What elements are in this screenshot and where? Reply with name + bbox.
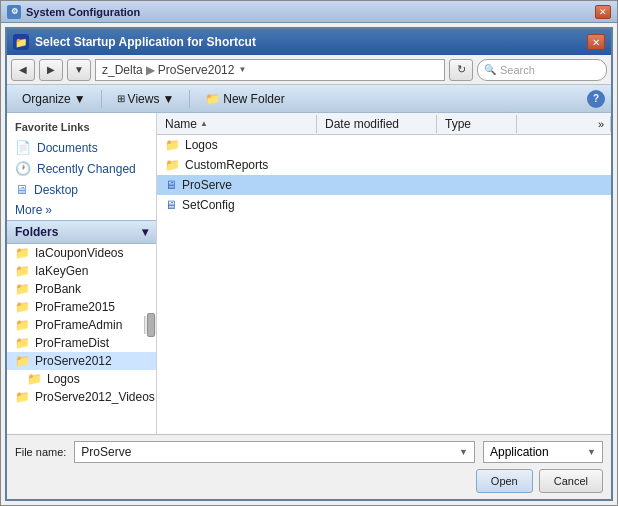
path-part2: ProServe2012 [158,63,235,77]
help-button[interactable]: ? [587,90,605,108]
new-folder-icon: 📁 [205,92,220,106]
action-buttons: Open Cancel [476,469,603,493]
inner-title-bar: 📁 Select Startup Application for Shortcu… [7,29,611,55]
sidebar-item-desktop[interactable]: 🖥 Desktop [7,179,156,200]
filetype-select[interactable]: Application ▼ [483,441,603,463]
outer-close-button[interactable]: ✕ [595,5,611,19]
folder-item-proframeadmin[interactable]: 📁 ProFrameAdmin [7,316,156,334]
inner-window-icon: 📁 [13,34,29,50]
sidebar-item-documents[interactable]: 📄 Documents [7,137,156,158]
favorites-title: Favorite Links [7,113,156,137]
file-name: CustomReports [185,158,268,172]
path-dropdown-arrow[interactable]: ▼ [238,65,246,74]
toolbar-divider-2 [189,90,190,108]
file-name-cell: 🖥 SetConfig [157,198,317,212]
new-folder-button[interactable]: 📁 New Folder [196,88,293,110]
folder-icon: 📁 [15,246,30,260]
folder-item-label: Logos [47,372,80,386]
cancel-button[interactable]: Cancel [539,469,603,493]
file-name-cell: 📁 Logos [157,138,317,152]
organize-button[interactable]: Organize ▼ [13,88,95,110]
filename-label: File name: [15,446,66,458]
folder-item-proserve2012[interactable]: 📁 ProServe2012 [7,352,156,370]
file-item-customreports[interactable]: 📁 CustomReports [157,155,611,175]
bottom-bar: File name: ProServe ▼ Application ▼ [7,434,611,469]
right-panel: Name ▲ Date modified Type » 📁 [157,113,611,434]
toolbar: Organize ▼ ⊞ Views ▼ 📁 New Folder ? [7,85,611,113]
folder-icon: 📁 [15,282,30,296]
forward-button[interactable]: ▶ [39,59,63,81]
column-expand-button[interactable]: » [592,116,611,132]
folder-item-label: ProFrameAdmin [35,318,122,332]
file-name-cell: 🖥 ProServe [157,178,317,192]
file-name: SetConfig [182,198,235,212]
file-item-proserve[interactable]: 🖥 ProServe [157,175,611,195]
left-panel: Favorite Links 📄 Documents 🕐 Recently Ch… [7,113,157,434]
column-date-header[interactable]: Date modified [317,115,437,133]
more-label: More [15,203,42,217]
folder-item-proframedist[interactable]: 📁 ProFrameDist [7,334,156,352]
folders-collapse-icon: ▾ [142,225,148,239]
address-bar: ◀ ▶ ▼ z_Delta ▶ ProServe2012 ▼ ↻ 🔍 Searc… [7,55,611,85]
more-link[interactable]: More » [7,200,156,220]
dropdown-button[interactable]: ▼ [67,59,91,81]
filename-input[interactable]: ProServe ▼ [74,441,475,463]
folder-icon: 📁 [15,390,30,404]
folder-icon: 📁 [15,336,30,350]
folder-icon: 📁 [15,264,30,278]
folder-item-label: ProFrame2015 [35,300,115,314]
sidebar-item-label: Recently Changed [37,162,136,176]
views-button[interactable]: ⊞ Views ▼ [108,88,184,110]
sidebar-item-label: Desktop [34,183,78,197]
inner-close-button[interactable]: ✕ [587,34,605,50]
views-icon: ⊞ [117,93,125,104]
folder-icon: 📁 [27,372,42,386]
open-button[interactable]: Open [476,469,533,493]
views-arrow: ▼ [162,92,174,106]
back-button[interactable]: ◀ [11,59,35,81]
folder-item-proframe2015[interactable]: 📁 ProFrame2015 [7,298,156,316]
toolbar-divider-1 [101,90,102,108]
search-placeholder: Search [500,64,535,76]
path-part1: z_Delta [102,63,143,77]
search-box[interactable]: 🔍 Search [477,59,607,81]
exe-icon: 🖥 [165,178,177,192]
filetype-dropdown-arrow: ▼ [587,447,596,457]
folder-item-label: ProFrameDist [35,336,109,350]
folder-item-logos[interactable]: 📁 Logos [7,370,156,388]
folder-item-iakeygen[interactable]: 📁 IaKeyGen [7,262,156,280]
address-path[interactable]: z_Delta ▶ ProServe2012 ▼ [95,59,445,81]
file-name: Logos [185,138,218,152]
file-item-setconfig[interactable]: 🖥 SetConfig [157,195,611,215]
sidebar-item-label: Documents [37,141,98,155]
folder-icon: 📁 [15,318,30,332]
folders-title: Folders [15,225,58,239]
main-area: Favorite Links 📄 Documents 🕐 Recently Ch… [7,113,611,434]
refresh-button[interactable]: ↻ [449,59,473,81]
folder-item-label: ProServe2012_Videos [35,390,155,404]
views-label: Views [128,92,160,106]
documents-icon: 📄 [15,140,31,155]
filename-dropdown-arrow[interactable]: ▼ [459,447,468,457]
column-name-header[interactable]: Name ▲ [157,115,317,133]
folder-item-probank[interactable]: 📁 ProBank [7,280,156,298]
more-icon: » [45,203,52,217]
exe-icon: 🖥 [165,198,177,212]
outer-title-bar: ⚙ System Configuration ✕ [1,1,617,23]
new-folder-label: New Folder [223,92,284,106]
filetype-value: Application [490,445,549,459]
folders-list: 📁 IaCouponVideos 📁 IaKeyGen 📁 ProBank 📁 … [7,244,156,434]
folder-item-proserve2012-videos[interactable]: 📁 ProServe2012_Videos [7,388,156,406]
sidebar-item-recently-changed[interactable]: 🕐 Recently Changed [7,158,156,179]
inner-window: 📁 Select Startup Application for Shortcu… [5,27,613,501]
file-item-logos[interactable]: 📁 Logos [157,135,611,155]
folder-item-label: IaCouponVideos [35,246,124,260]
files-header: Name ▲ Date modified Type » [157,113,611,135]
folders-header[interactable]: Folders ▾ [7,220,156,244]
outer-window-icon: ⚙ [7,5,21,19]
outer-window-title: System Configuration [26,6,595,18]
file-name: ProServe [182,178,232,192]
folder-item-iacouponvideos[interactable]: 📁 IaCouponVideos [7,244,156,262]
column-type-header[interactable]: Type [437,115,517,133]
file-name-cell: 📁 CustomReports [157,158,317,172]
